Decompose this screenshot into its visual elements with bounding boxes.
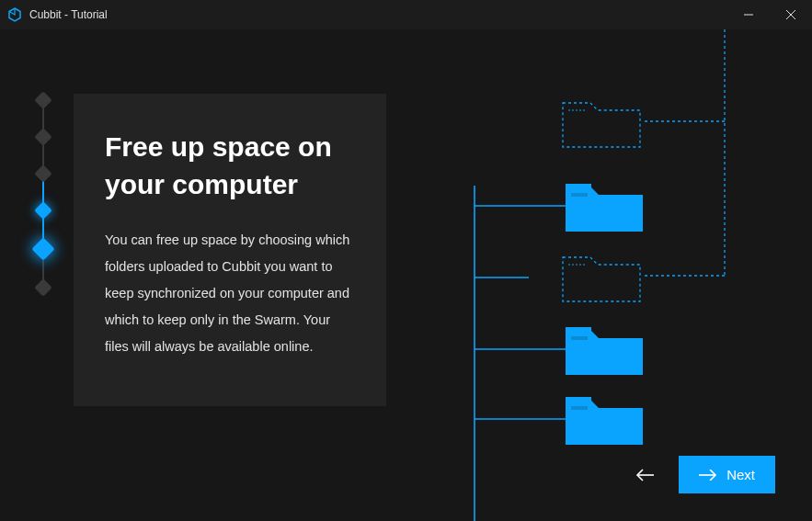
folder-solid-icon xyxy=(566,184,643,232)
step-dot-1 xyxy=(34,91,52,109)
next-button-label: Next xyxy=(726,467,755,482)
arrow-right-icon xyxy=(699,470,717,481)
step-dot-2 xyxy=(34,128,52,146)
step-connector xyxy=(42,143,44,167)
minimize-button[interactable] xyxy=(727,0,770,29)
step-dot-6 xyxy=(34,278,52,297)
svg-rect-17 xyxy=(566,397,591,404)
folder-solid-icon xyxy=(566,327,643,375)
step-connector xyxy=(42,180,44,204)
page-heading: Free up space on your computer xyxy=(105,129,355,203)
page-body: You can free up space by choosing which … xyxy=(105,227,355,360)
tutorial-nav: Next xyxy=(631,456,775,493)
folder-solid-icon xyxy=(566,397,643,445)
folder-outline-icon xyxy=(563,257,640,301)
window-title: Cubbit - Tutorial xyxy=(29,8,108,21)
main-content: Free up space on your computer You can f… xyxy=(0,29,812,521)
next-button[interactable]: Next xyxy=(679,456,775,493)
folder-outline-icon xyxy=(563,103,640,147)
title-bar: Cubbit - Tutorial xyxy=(0,0,812,29)
back-button[interactable] xyxy=(631,460,660,490)
svg-rect-16 xyxy=(571,336,588,340)
app-logo-icon xyxy=(7,7,22,22)
folder-tree-illustration xyxy=(386,29,812,521)
svg-rect-18 xyxy=(571,406,588,410)
svg-rect-15 xyxy=(566,327,591,334)
tutorial-stepper xyxy=(35,94,51,294)
step-connector xyxy=(42,107,44,130)
step-connector xyxy=(42,257,44,281)
svg-rect-12 xyxy=(566,184,591,191)
step-dot-3 xyxy=(34,164,52,183)
svg-rect-13 xyxy=(571,193,588,197)
step-dot-5-active xyxy=(31,237,54,260)
content-card: Free up space on your computer You can f… xyxy=(74,94,386,406)
close-button[interactable] xyxy=(770,0,812,29)
step-dot-4 xyxy=(34,201,52,220)
